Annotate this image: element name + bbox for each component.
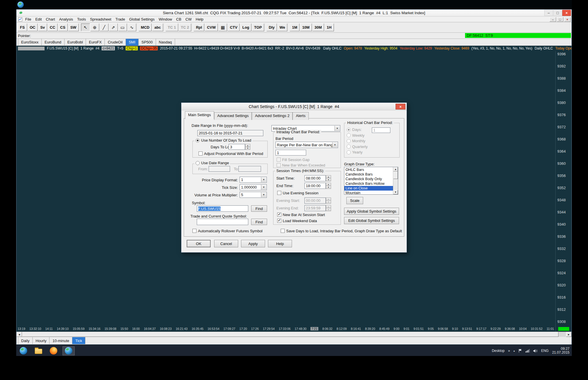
graph-draw-type-listbox[interactable]: OHLC BarsCandlestick BarsCandlestick Bod… (344, 167, 398, 195)
tc1-button[interactable]: TC 1 (166, 23, 178, 31)
symbol-tab[interactable]: EuroBund (42, 39, 65, 45)
historical-period-option[interactable]: Yearly (347, 149, 368, 155)
cvw-button[interactable]: CVW (205, 23, 218, 31)
menu-item[interactable]: File (23, 17, 33, 22)
evening-end-input[interactable]: 23:59:59 (304, 205, 326, 211)
cancel-button[interactable]: Cancel (214, 240, 238, 247)
apply-button[interactable]: Apply (241, 240, 265, 247)
cc-button[interactable]: CC (47, 23, 58, 31)
chart-minimize-button[interactable]: – (550, 17, 556, 22)
scroll-right-icon[interactable]: ► (566, 332, 572, 337)
sierra-chart-taskbar-button[interactable] (63, 346, 75, 355)
period-tab[interactable]: 10-minute (49, 337, 72, 344)
chevron-down-icon[interactable]: ▼ (335, 126, 340, 131)
period-30m-button[interactable]: 30M (312, 23, 324, 31)
graph-draw-type-option[interactable]: Mountain (344, 191, 393, 194)
historical-period-option[interactable]: Monthly (347, 138, 368, 144)
period-1m-button[interactable]: 1M (290, 23, 299, 31)
evening-end-stepper[interactable]: ▲▼ (326, 205, 331, 211)
chevron-down-icon[interactable]: ▼ (261, 192, 266, 197)
tray-expand-icon[interactable]: ▴ (513, 349, 515, 352)
symbol-tab[interactable]: EuroStoxx (18, 39, 42, 45)
scale-button[interactable]: Scale (346, 197, 363, 204)
action-center-flag-icon[interactable] (518, 349, 522, 353)
rectangle-tool-icon[interactable]: ▭ (118, 23, 127, 31)
tick-size-select[interactable]: 1.000000 ▼ (240, 184, 267, 190)
symbol-tab[interactable]: CrudeOil (105, 39, 126, 45)
firefox-button[interactable] (47, 346, 60, 355)
scroll-left-icon[interactable]: ◄ (16, 332, 22, 337)
maximize-button[interactable]: □ (553, 10, 562, 16)
desktop-toolbar-label[interactable]: Desktop (492, 349, 505, 353)
graph-draw-type-option[interactable]: OHLC Bars (344, 167, 393, 172)
from-date-input[interactable] (209, 166, 230, 172)
symbol-input[interactable]: F.US.SWU15 (197, 205, 248, 212)
period-10m-button[interactable]: 10M (300, 23, 312, 31)
top-button[interactable]: TOP (252, 23, 264, 31)
trendline-tool-icon[interactable]: ╱ (100, 23, 109, 31)
ray-tool-icon[interactable]: ⇗ (109, 23, 118, 31)
use-date-range-option[interactable]: Use Date Range (194, 161, 230, 165)
desktop-icon-sierra-chart[interactable] (17, 1, 24, 8)
menu-item[interactable]: Spreadsheet (88, 17, 113, 22)
use-days-option[interactable]: Use Number Of Days To Load (194, 138, 252, 142)
end-time-input[interactable]: 18:00:00 (304, 183, 326, 189)
dialog-tab[interactable]: Main Settings (185, 111, 214, 119)
dialog-tab[interactable]: Alerts (293, 112, 308, 120)
start-time-input[interactable]: 08:00:00 (304, 175, 326, 181)
symbol-tab[interactable]: EuroFX (86, 39, 105, 45)
chevron-down-icon[interactable]: ▼ (261, 177, 266, 182)
symbol-tab[interactable]: Nasdaq (156, 39, 175, 45)
bar-period-select[interactable]: Range Per Bar-New Bar on Range ▼ (275, 142, 338, 148)
price-scale[interactable]: 9396939293889384938093769372936893649360… (555, 51, 572, 326)
graph-draw-type-option[interactable]: Line on Close (344, 186, 393, 191)
new-bar-at-session-checkbox[interactable] (277, 213, 281, 217)
days-to-load-input[interactable]: 3 (229, 144, 245, 150)
dialog-tab[interactable]: Advanced Settings (214, 112, 252, 120)
to-date-input[interactable] (238, 166, 261, 172)
menu-item[interactable]: Help (194, 17, 205, 22)
symbol-tab[interactable]: EuroBobl (65, 39, 86, 45)
period-1h-button[interactable]: 1H (324, 23, 334, 31)
dialog-tab[interactable]: Advanced Settings 2 (252, 112, 293, 120)
menu-item[interactable]: Chart (44, 17, 57, 22)
help-button[interactable]: Help (268, 240, 292, 247)
auto-rollover-checkbox[interactable] (192, 229, 196, 233)
edit-global-symbol-settings-button[interactable]: Edit Global Symbol Settings (344, 217, 399, 224)
cs-button[interactable]: CS (58, 23, 68, 31)
load-weekend-checkbox[interactable] (277, 219, 281, 223)
adjust-proportional-checkbox[interactable] (199, 151, 203, 156)
dialog-close-button[interactable]: × (396, 104, 405, 109)
trade-symbol-find-button[interactable]: Find (251, 219, 267, 225)
scroll-up-icon[interactable]: ▲ (393, 167, 398, 171)
apply-global-symbol-settings-button[interactable]: Apply Global Symbol Settings (344, 208, 399, 215)
price-display-format-select[interactable]: 1 ▼ (240, 177, 267, 183)
fill-session-gap-checkbox[interactable] (277, 158, 281, 162)
text-tool-button[interactable]: abc (152, 23, 163, 31)
historical-days-input[interactable]: 1 (372, 127, 390, 133)
network-icon[interactable] (525, 349, 530, 352)
scrollbar-thumb[interactable] (22, 332, 558, 337)
symbol-tab[interactable]: SP500 (139, 39, 156, 45)
sw-button[interactable]: SW (68, 23, 79, 31)
period-tab[interactable]: Hourly (33, 337, 50, 344)
menu-item[interactable]: Global Settings (127, 17, 157, 22)
ok-button[interactable]: OK (187, 240, 211, 247)
minimize-button[interactable]: – (544, 10, 553, 16)
tc2-button[interactable]: TC 2 (179, 23, 191, 31)
evening-start-stepper[interactable]: ▲▼ (326, 198, 331, 204)
graph-draw-type-option[interactable]: Candlestick Body Only (344, 177, 393, 181)
days-to-load-stepper[interactable]: ▲▼ (245, 144, 250, 150)
volume-multiplier-select[interactable]: 5 ▼ (240, 192, 267, 198)
close-button[interactable]: × (562, 10, 571, 16)
historical-period-option[interactable]: Days: (347, 127, 368, 133)
volume-icon[interactable] (533, 349, 538, 353)
dialog-titlebar[interactable]: Chart Settings - F.US.SWU15 [C] [M] 1 Ra… (181, 103, 407, 110)
menu-item[interactable]: Edit (33, 17, 44, 22)
sv-button[interactable]: Sv (38, 23, 47, 31)
menu-item[interactable]: CB (174, 17, 183, 22)
zigzag-tool-icon[interactable]: ∿ (127, 23, 136, 31)
menu-item[interactable]: Trade (113, 17, 127, 22)
menu-item[interactable]: Analysis (57, 17, 75, 22)
save-defaults-checkbox[interactable] (281, 229, 285, 233)
